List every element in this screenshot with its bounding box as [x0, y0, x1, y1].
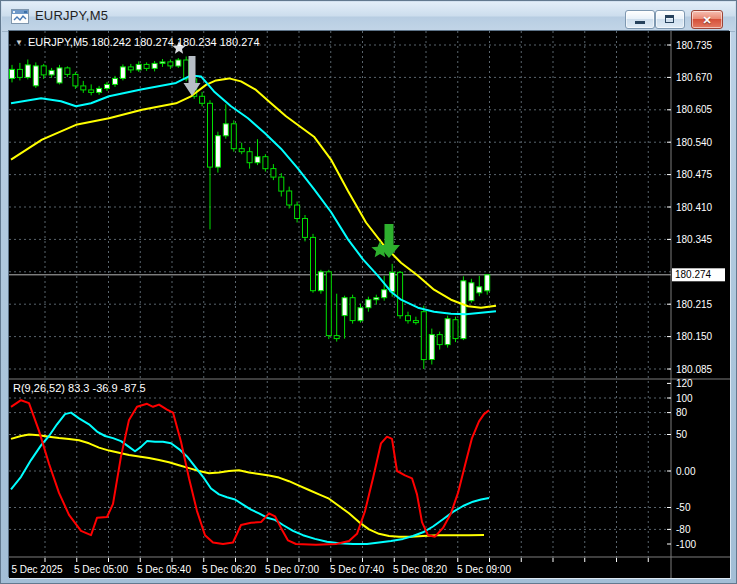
candle-body	[89, 90, 94, 93]
candle-body	[406, 316, 411, 321]
price-label: 180.085	[676, 364, 713, 375]
candle-body	[17, 69, 22, 77]
candle-body	[152, 63, 157, 68]
candle	[33, 62, 38, 88]
candle	[342, 296, 347, 339]
price-label: 180.735	[676, 40, 713, 51]
title-bar[interactable]: EURJPY,M5 ✕	[2, 2, 735, 32]
candle	[279, 173, 284, 196]
candle	[97, 86, 102, 95]
oscillator-label: -80	[676, 524, 691, 535]
candle-body	[382, 290, 387, 298]
candle-body	[390, 272, 395, 291]
candle-body	[295, 205, 300, 219]
candle-body	[231, 124, 236, 149]
candle-body	[366, 300, 371, 308]
candle	[477, 276, 482, 296]
candle-body	[49, 70, 54, 75]
candle	[445, 316, 450, 348]
time-label: 5 Dec 09:00	[457, 564, 511, 575]
candle-body	[10, 69, 15, 78]
candle-body	[97, 88, 102, 92]
candle	[208, 100, 213, 229]
candle-body	[73, 74, 78, 86]
minimize-icon	[635, 21, 645, 24]
time-label: 5 Dec 2025	[11, 564, 63, 575]
close-button[interactable]: ✕	[691, 10, 723, 29]
candle	[271, 164, 276, 180]
oscillator-label: 0.00	[676, 466, 696, 477]
candle	[303, 215, 308, 241]
time-label: 5 Dec 07:00	[265, 564, 319, 575]
candle-body	[429, 335, 434, 360]
candle	[17, 63, 22, 81]
oscillator-cyan-line	[11, 413, 489, 544]
oscillator-yellow-line	[11, 435, 484, 537]
price-label: 180.475	[676, 169, 713, 180]
candle	[437, 332, 442, 350]
candle-body	[413, 321, 418, 323]
chart-canvas[interactable]: 180.735180.670180.605180.540180.475180.4…	[9, 31, 730, 578]
candle	[255, 139, 260, 165]
candle	[81, 81, 86, 93]
restore-icon	[665, 15, 674, 23]
price-label: 180.215	[676, 299, 713, 310]
candle	[429, 329, 434, 365]
window-title: EURJPY,M5	[35, 8, 108, 23]
candle-body	[303, 219, 308, 238]
time-label: 5 Dec 05:40	[137, 564, 191, 575]
candle	[398, 271, 403, 318]
price-axis[interactable]: 180.735180.670180.605180.540180.475180.4…	[667, 40, 725, 375]
candle	[326, 270, 331, 339]
grid-lines	[9, 31, 671, 558]
candle	[152, 61, 157, 71]
oscillator-label: -50	[676, 502, 691, 513]
candle	[413, 317, 418, 325]
candle	[144, 62, 149, 71]
candle	[421, 306, 426, 369]
candle-body	[33, 66, 38, 86]
price-label: 180.540	[676, 137, 713, 148]
candle-body	[469, 283, 474, 301]
candle-body	[398, 272, 403, 315]
time-axis[interactable]: 5 Dec 20255 Dec 05:005 Dec 05:405 Dec 06…	[11, 558, 648, 575]
candle	[406, 312, 411, 324]
price-label: 180.670	[676, 72, 713, 83]
candle-body	[81, 86, 86, 90]
oscillator-lines	[11, 400, 489, 545]
candle	[10, 65, 15, 83]
candle-body	[144, 64, 149, 68]
candle	[263, 154, 268, 171]
candle-body	[279, 177, 284, 191]
candle-body	[318, 272, 323, 291]
oscillator-label: -100	[676, 539, 696, 550]
candle-body	[255, 157, 260, 163]
ohlc-text: EURJPY,M5 180.242 180.274 180.234 180.27…	[28, 36, 260, 48]
candle-body	[445, 319, 450, 345]
candle-body	[477, 287, 482, 293]
app-window: EURJPY,M5 ✕ 180.735180.670180.605180.540…	[0, 0, 737, 584]
candle	[65, 66, 70, 77]
candle	[49, 68, 54, 78]
candle	[461, 276, 466, 340]
candle-body	[374, 298, 379, 300]
candle	[200, 92, 205, 106]
time-label: 5 Dec 05:00	[74, 564, 128, 575]
ma-slow-yellow	[11, 78, 496, 307]
candle	[57, 65, 62, 85]
candle	[350, 295, 355, 324]
minimize-button[interactable]	[625, 10, 655, 29]
oscillator-label: 80	[676, 407, 688, 418]
candle	[374, 295, 379, 305]
chart-ohlc-header: ▼EURJPY,M5 180.242 180.274 180.234 180.2…	[15, 36, 260, 48]
candle-body	[120, 67, 125, 79]
candle-body	[437, 335, 442, 345]
candle-body	[65, 68, 70, 75]
restore-button[interactable]	[655, 10, 685, 29]
price-label: 180.150	[676, 331, 713, 342]
candle	[287, 187, 292, 209]
collapse-arrow-icon[interactable]: ▼	[15, 38, 23, 47]
candle-body	[485, 275, 490, 291]
candle	[318, 270, 323, 294]
candle-body	[358, 308, 363, 321]
